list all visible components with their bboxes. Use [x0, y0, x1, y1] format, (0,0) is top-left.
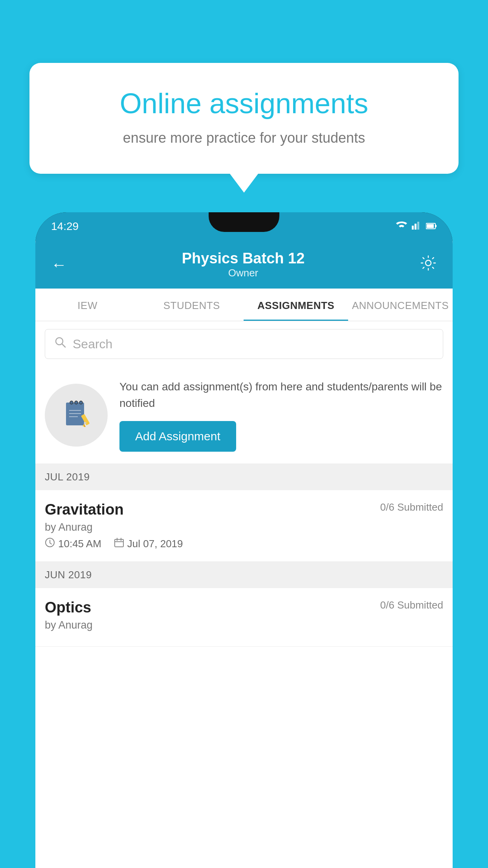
header-subtitle: Owner	[182, 267, 305, 279]
section-header-jun: JUN 2019	[35, 562, 453, 588]
settings-button[interactable]	[420, 254, 437, 275]
tabs-bar: IEW STUDENTS ASSIGNMENTS ANNOUNCEMENTS	[35, 289, 453, 321]
tab-assignments[interactable]: ASSIGNMENTS	[244, 289, 348, 321]
promo-text: You can add assignment(s) from here and …	[119, 379, 443, 412]
calendar-icon	[114, 537, 124, 550]
assignment-title: Gravitation	[45, 501, 124, 518]
phone-screen: ← Physics Batch 12 Owner IEW STUDENTS AS…	[35, 241, 453, 868]
assignment-time-value: 10:45 AM	[58, 538, 101, 550]
svg-point-12	[79, 401, 83, 404]
search-icon	[55, 337, 66, 351]
search-bar[interactable]: Search	[45, 329, 443, 359]
phone-frame: 14:29	[35, 212, 453, 868]
wifi-icon	[396, 221, 407, 232]
status-icons	[396, 221, 437, 232]
svg-rect-23	[115, 539, 123, 547]
svg-rect-5	[435, 225, 437, 227]
clock-icon	[45, 537, 55, 550]
search-container: Search	[35, 321, 453, 367]
tab-iew[interactable]: IEW	[35, 289, 139, 321]
assignment-author-optics: by Anurag	[45, 619, 443, 631]
signal-icon	[412, 221, 421, 232]
assignment-submitted-optics: 0/6 Submitted	[380, 599, 443, 611]
svg-marker-18	[84, 424, 86, 427]
svg-rect-2	[417, 222, 419, 230]
section-header-jul: JUL 2019	[35, 464, 453, 490]
assignment-top-row-optics: Optics 0/6 Submitted	[45, 599, 443, 616]
add-assignment-promo: You can add assignment(s) from here and …	[35, 367, 453, 464]
svg-point-11	[75, 401, 78, 404]
header-title-area: Physics Batch 12 Owner	[182, 250, 305, 279]
assignment-author: by Anurag	[45, 521, 443, 533]
search-placeholder: Search	[73, 337, 112, 351]
status-bar: 14:29	[35, 212, 453, 241]
svg-rect-4	[427, 224, 434, 228]
svg-rect-1	[415, 224, 416, 230]
promo-content: You can add assignment(s) from here and …	[119, 379, 443, 452]
notebook-icon	[61, 399, 92, 431]
speech-bubble-card: Online assignments ensure more practice …	[29, 63, 459, 174]
assignment-submitted: 0/6 Submitted	[380, 501, 443, 513]
assignment-date-value: Jul 07, 2019	[127, 538, 183, 550]
tab-students[interactable]: STUDENTS	[139, 289, 244, 321]
assignment-item-optics[interactable]: Optics 0/6 Submitted by Anurag	[35, 588, 453, 647]
svg-rect-0	[412, 226, 414, 230]
speech-bubble-subtitle: ensure more practice for your students	[57, 130, 431, 146]
svg-point-6	[426, 260, 431, 266]
speech-bubble-title: Online assignments	[57, 86, 431, 120]
assignment-item-gravitation[interactable]: Gravitation 0/6 Submitted by Anurag 10:4…	[35, 490, 453, 562]
assignment-time: 10:45 AM	[45, 537, 101, 550]
header-title: Physics Batch 12	[182, 250, 305, 267]
back-button[interactable]: ←	[51, 256, 67, 274]
add-assignment-button[interactable]: Add Assignment	[119, 421, 236, 452]
assignment-top-row: Gravitation 0/6 Submitted	[45, 501, 443, 518]
assignment-title-optics: Optics	[45, 599, 91, 616]
assignment-date: Jul 07, 2019	[114, 537, 183, 550]
promo-icon-circle	[45, 384, 108, 447]
status-time: 14:29	[51, 220, 79, 233]
svg-point-10	[70, 401, 73, 404]
battery-icon	[426, 221, 437, 232]
tab-announcements[interactable]: ANNOUNCEMENTS	[348, 289, 453, 321]
assignment-meta: 10:45 AM Jul 07, 2019	[45, 537, 443, 550]
svg-line-8	[62, 344, 65, 347]
phone-notch	[209, 212, 279, 232]
svg-line-22	[50, 543, 51, 544]
app-header: ← Physics Batch 12 Owner	[35, 241, 453, 289]
